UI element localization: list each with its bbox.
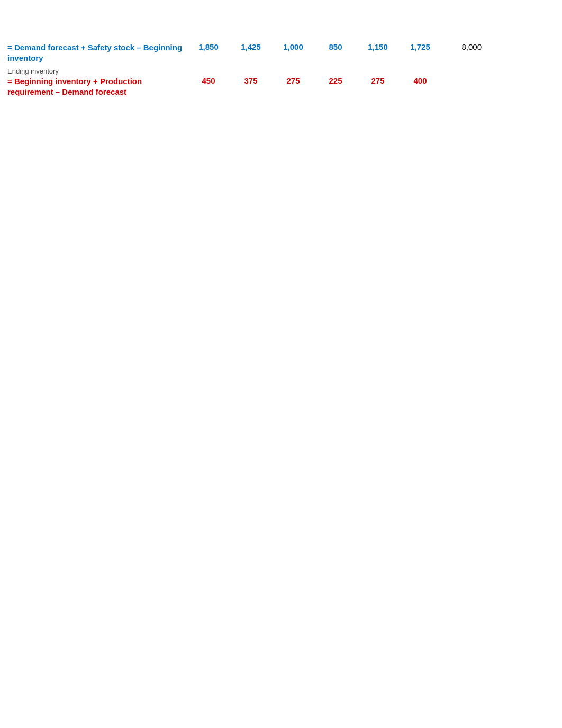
ending-inv-value-1: 450 [187, 76, 230, 85]
ending-inv-value-5: 275 [357, 76, 399, 85]
production-requirement-values: 1,850 1,425 1,000 850 1,150 1,725 8,000 [187, 42, 555, 51]
ending-inventory-formula-label: = Beginning inventory + Production requi… [7, 76, 187, 97]
prod-req-value-2: 1,425 [230, 42, 272, 51]
prod-req-value-1: 1,850 [187, 42, 230, 51]
prod-req-value-3: 1,000 [272, 42, 314, 51]
prod-req-value-5: 1,150 [357, 42, 399, 51]
production-requirement-total: 8,000 [441, 42, 484, 51]
production-requirement-row: = Demand forecast + Safety stock – Begin… [7, 42, 555, 63]
prod-req-value-4: 850 [314, 42, 357, 51]
ending-inv-value-2: 375 [230, 76, 272, 85]
ending-inv-value-6: 400 [399, 76, 441, 85]
ending-inventory-label: Ending inventory [7, 67, 555, 75]
ending-inventory-values: 450 375 275 225 275 400 [187, 76, 555, 85]
ending-inventory-row: = Beginning inventory + Production requi… [7, 76, 555, 97]
production-requirement-label: = Demand forecast + Safety stock – Begin… [7, 42, 187, 63]
ending-inv-value-4: 225 [314, 76, 357, 85]
ending-inv-value-3: 275 [272, 76, 314, 85]
prod-req-value-6: 1,725 [399, 42, 441, 51]
